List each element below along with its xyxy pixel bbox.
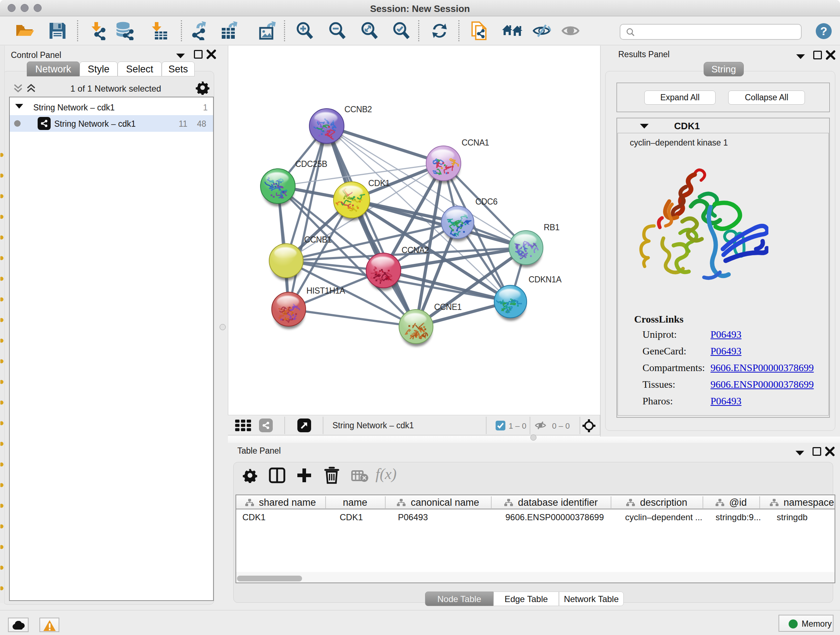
svg-text:CDK1: CDK1 <box>368 179 390 188</box>
svg-text:CDKN1A: CDKN1A <box>529 275 562 284</box>
svg-text:CCNB2: CCNB2 <box>344 105 372 114</box>
svg-text:?: ? <box>820 25 827 38</box>
svg-text:CCNA2: CCNA2 <box>401 245 429 255</box>
svg-text:CDC6: CDC6 <box>475 197 497 206</box>
svg-text:RB1: RB1 <box>544 223 560 232</box>
svg-text:CCNB1: CCNB1 <box>304 235 332 244</box>
svg-text:CCNA1: CCNA1 <box>462 138 489 147</box>
svg-text:CCNE1: CCNE1 <box>434 302 462 312</box>
svg-text:CDC25B: CDC25B <box>295 159 327 169</box>
svg-text:HIST1H1A: HIST1H1A <box>306 286 346 295</box>
